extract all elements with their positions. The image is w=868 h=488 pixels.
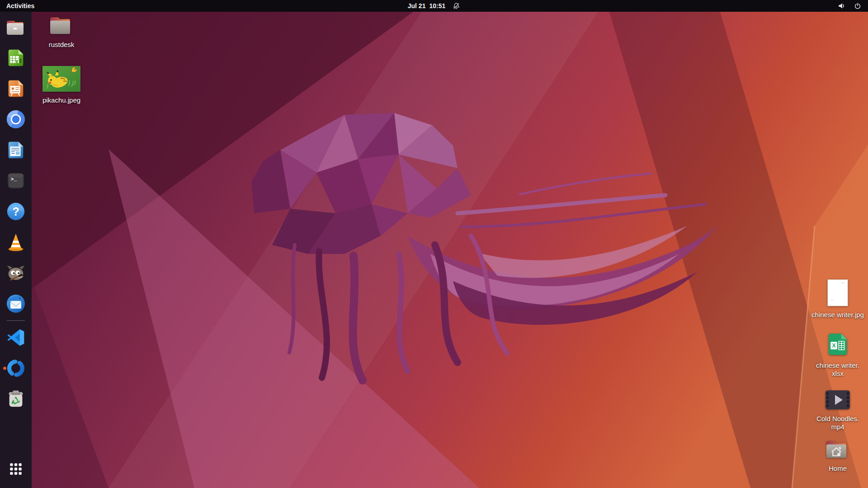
- help-icon: ?: [5, 201, 26, 222]
- power-icon: [854, 2, 862, 10]
- desktop-icon-cold-noodles-mp4[interactable]: Cold Noodles. mp4: [811, 389, 864, 431]
- dock-item-thunderbird[interactable]: [2, 288, 29, 319]
- dock-item-libreoffice-calc[interactable]: [2, 42, 29, 73]
- file-label-line-1: chinese writer.: [816, 361, 859, 370]
- trash-icon: [5, 389, 26, 409]
- volume-icon: [837, 1, 846, 10]
- dock-item-rustdesk[interactable]: [2, 353, 29, 384]
- home-folder-icon: [825, 437, 851, 461]
- spreadsheet-file-icon: X: [826, 332, 850, 358]
- file-label-line-1: Cold Noodles.: [816, 415, 859, 423]
- svg-text:?: ?: [12, 205, 19, 218]
- system-menu-button[interactable]: [831, 0, 868, 12]
- image-thumbnail: [42, 66, 80, 93]
- desktop-icon-chinese-writer-xlsx[interactable]: X chinese writer. xlsx: [811, 332, 864, 378]
- dock-item-gimp[interactable]: [2, 258, 29, 288]
- libreoffice-calc-icon: [5, 47, 26, 68]
- file-label: Home: [829, 465, 847, 473]
- file-label-line-2: xlsx: [832, 370, 844, 378]
- desktop-icon-home[interactable]: Home: [811, 437, 864, 473]
- vlc-icon: [5, 232, 26, 253]
- svg-text:X: X: [832, 343, 836, 349]
- dock-item-terminal[interactable]: >_: [2, 165, 29, 196]
- activities-button[interactable]: Activities: [0, 0, 41, 12]
- desktop-icon-chinese-writer-jpg[interactable]: chinese writer.jpg: [811, 279, 864, 319]
- dock-item-chromium[interactable]: [2, 104, 29, 135]
- vscode-icon: [5, 327, 26, 348]
- show-applications-icon: [6, 459, 26, 479]
- gimp-icon: [5, 263, 26, 283]
- dock-item-libreoffice-writer[interactable]: [2, 135, 29, 165]
- dock-item-trash[interactable]: [2, 384, 29, 414]
- file-label: pikachu.jpeg: [42, 96, 80, 104]
- dock-separator: [7, 320, 25, 321]
- desktop-icon-rustdesk[interactable]: rustdesk: [35, 14, 88, 49]
- terminal-icon: >_: [5, 170, 26, 191]
- dock-item-vscode[interactable]: [2, 322, 29, 353]
- rustdesk-icon: [5, 357, 27, 379]
- libreoffice-impress-icon: [5, 78, 26, 99]
- libreoffice-writer-icon: [5, 140, 26, 160]
- chromium-icon: [5, 108, 27, 130]
- dock-item-vlc[interactable]: [2, 227, 29, 258]
- thunderbird-icon: [5, 293, 27, 314]
- file-label: chinese writer.jpg: [811, 311, 864, 319]
- dock-item-help[interactable]: ?: [2, 196, 29, 227]
- video-file-icon: [825, 389, 851, 412]
- svg-text:>_: >_: [11, 176, 17, 182]
- time-label: 10:51: [429, 2, 445, 9]
- file-label: rustdesk: [49, 41, 75, 49]
- desktop-icon-pikachu-jpeg[interactable]: pikachu.jpeg: [35, 66, 88, 104]
- running-indicator: [3, 367, 6, 370]
- image-file-icon: [827, 279, 848, 308]
- show-applications-button[interactable]: [2, 454, 29, 484]
- dock: >_ ?: [0, 12, 32, 488]
- folder-icon: [48, 14, 75, 38]
- files-icon: [5, 16, 27, 38]
- dock-item-files[interactable]: [2, 12, 29, 42]
- dock-item-libreoffice-impress[interactable]: [2, 73, 29, 104]
- top-bar: Activities Jul 21 10:51: [0, 0, 868, 12]
- wallpaper: [0, 0, 868, 488]
- clock-button[interactable]: Jul 21 10:51: [401, 0, 467, 12]
- notifications-disabled-icon: [453, 2, 460, 10]
- file-label-line-2: mp4: [831, 423, 844, 431]
- date-label: Jul 21: [408, 2, 426, 9]
